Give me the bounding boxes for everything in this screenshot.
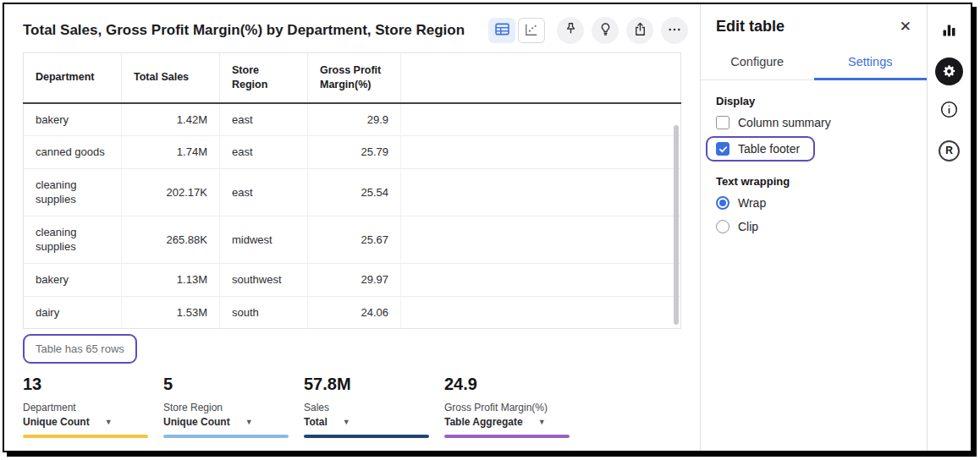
table-footer-text: Table has 65 rows xyxy=(36,342,124,355)
cell[interactable]: bakery xyxy=(24,103,122,136)
tab-configure[interactable]: Configure xyxy=(701,48,814,79)
summary-underline xyxy=(444,435,570,438)
chevron-down-icon: ▼ xyxy=(343,418,350,426)
insights-button[interactable] xyxy=(592,17,619,44)
table-view-button[interactable] xyxy=(488,18,515,43)
cell[interactable]: dairy xyxy=(24,296,122,329)
table-header-row: Department Total Sales Store Region Gros… xyxy=(24,53,681,103)
chevron-down-icon: ▼ xyxy=(538,418,546,426)
summary-card-department: 13 Department Unique Count ▼ xyxy=(23,375,163,438)
cell[interactable]: southwest xyxy=(220,264,308,297)
radio-selected-icon[interactable] xyxy=(716,196,729,210)
summary-underline xyxy=(23,435,148,438)
cell-empty xyxy=(401,136,681,169)
column-header-department[interactable]: Department xyxy=(24,53,122,103)
pin-button[interactable] xyxy=(557,17,584,44)
cell-empty xyxy=(401,216,681,263)
radio-label: Clip xyxy=(738,220,758,233)
cell-empty xyxy=(401,264,681,297)
summary-label: Gross Profit Margin(%) xyxy=(444,402,585,413)
cell[interactable]: 1.74M xyxy=(122,136,220,169)
aggregation-selector[interactable]: Unique Count ▼ xyxy=(23,416,113,428)
column-summary-checkbox-row[interactable]: Column summary xyxy=(716,111,911,134)
cell[interactable]: 1.13M xyxy=(122,264,220,297)
summary-label: Store Region xyxy=(163,402,304,413)
bar-chart-icon xyxy=(940,21,958,41)
summary-label: Sales xyxy=(304,402,444,413)
table-footer-badge: Table has 65 rows xyxy=(23,334,137,364)
cell[interactable]: east xyxy=(220,136,308,169)
wrap-radio-row[interactable]: Wrap xyxy=(716,191,911,215)
checkbox-checked-icon[interactable] xyxy=(716,142,729,156)
summary-label: Department xyxy=(23,402,163,413)
chart-view-button[interactable] xyxy=(518,18,545,43)
cell[interactable]: 29.97 xyxy=(308,264,401,297)
cell[interactable]: cleaning supplies xyxy=(24,216,122,263)
radio-unselected-icon[interactable] xyxy=(716,220,729,233)
cell[interactable]: 24.06 xyxy=(308,296,401,329)
summary-underline xyxy=(163,435,289,438)
chart-view-icon xyxy=(523,21,540,41)
summary-underline xyxy=(304,435,429,438)
checkbox-label: Table footer xyxy=(738,142,800,156)
close-button[interactable]: ✕ xyxy=(898,18,913,36)
cell[interactable]: bakery xyxy=(24,264,122,297)
chevron-down-icon: ▼ xyxy=(105,418,113,426)
lightbulb-icon xyxy=(597,21,614,40)
column-header-store-region[interactable]: Store Region xyxy=(220,53,308,103)
column-header-total-sales[interactable]: Total Sales xyxy=(122,53,220,103)
checkbox-label: Column summary xyxy=(738,116,831,129)
info-rail-button[interactable] xyxy=(934,96,965,126)
cell[interactable]: 1.53M xyxy=(122,296,220,329)
settings-rail-button[interactable] xyxy=(934,56,965,86)
cell[interactable]: south xyxy=(220,296,308,329)
summary-row: 13 Department Unique Count ▼ 5 Store Reg… xyxy=(23,375,700,438)
main-header: Total Sales, Gross Profit Margin(%) by D… xyxy=(4,4,700,49)
panel-header: Edit table ✕ xyxy=(701,4,927,36)
cell[interactable]: east xyxy=(220,168,308,216)
column-header-gross-profit-margin[interactable]: Gross Profit Margin(%) xyxy=(308,53,401,103)
data-table: Department Total Sales Store Region Gros… xyxy=(23,52,681,329)
aggregation-selector[interactable]: Unique Count ▼ xyxy=(163,416,253,428)
share-button[interactable] xyxy=(626,17,653,44)
brand-logo-icon: R xyxy=(939,140,960,162)
checkbox-unchecked-icon[interactable] xyxy=(716,116,729,129)
summary-value: 57.8M xyxy=(304,375,444,394)
aggregation-selector[interactable]: Table Aggregate ▼ xyxy=(444,416,546,428)
cell[interactable]: 25.67 xyxy=(308,216,401,263)
summary-card-store-region: 5 Store Region Unique Count ▼ xyxy=(163,375,304,438)
pin-icon xyxy=(563,21,579,40)
cell[interactable]: east xyxy=(220,103,308,136)
table-row: cleaning supplies 202.17K east 25.54 xyxy=(24,168,681,216)
charts-rail-button[interactable] xyxy=(934,16,965,47)
aggregation-label: Table Aggregate xyxy=(444,416,523,428)
summary-value: 13 xyxy=(23,375,163,394)
text-wrapping-section-label: Text wrapping xyxy=(716,175,911,188)
clip-radio-row[interactable]: Clip xyxy=(716,215,911,238)
cell[interactable]: midwest xyxy=(220,216,308,263)
cell[interactable]: 265.88K xyxy=(122,216,220,263)
radio-label: Wrap xyxy=(738,196,766,210)
cell[interactable]: 25.54 xyxy=(308,168,401,216)
page-title: Total Sales, Gross Profit Margin(%) by D… xyxy=(23,22,465,39)
table-row: dairy 1.53M south 24.06 xyxy=(24,296,681,329)
cell[interactable]: cleaning supplies xyxy=(24,168,122,216)
brand-rail-button[interactable]: R xyxy=(934,135,965,166)
panel-title: Edit table xyxy=(716,18,785,36)
more-button[interactable] xyxy=(661,17,688,44)
cell[interactable]: 202.17K xyxy=(122,168,220,216)
table-row: bakery 1.13M southwest 29.97 xyxy=(24,264,681,297)
cell[interactable]: canned goods xyxy=(24,136,122,169)
table-footer-checkbox-row[interactable]: Table footer xyxy=(716,139,800,159)
table-scrollbar[interactable] xyxy=(674,125,679,325)
table-row: canned goods 1.74M east 25.79 xyxy=(24,136,681,169)
table-row: cleaning supplies 265.88K midwest 25.67 xyxy=(24,216,681,263)
tab-settings[interactable]: Settings xyxy=(814,48,928,80)
cell-empty xyxy=(401,168,681,216)
app-window: Total Sales, Gross Profit Margin(%) by D… xyxy=(3,3,972,452)
cell[interactable]: 29.9 xyxy=(308,103,401,136)
aggregation-selector[interactable]: Total ▼ xyxy=(304,416,350,428)
cell[interactable]: 25.79 xyxy=(308,136,401,169)
cell[interactable]: 1.42M xyxy=(122,103,220,136)
toolbar xyxy=(488,17,688,44)
